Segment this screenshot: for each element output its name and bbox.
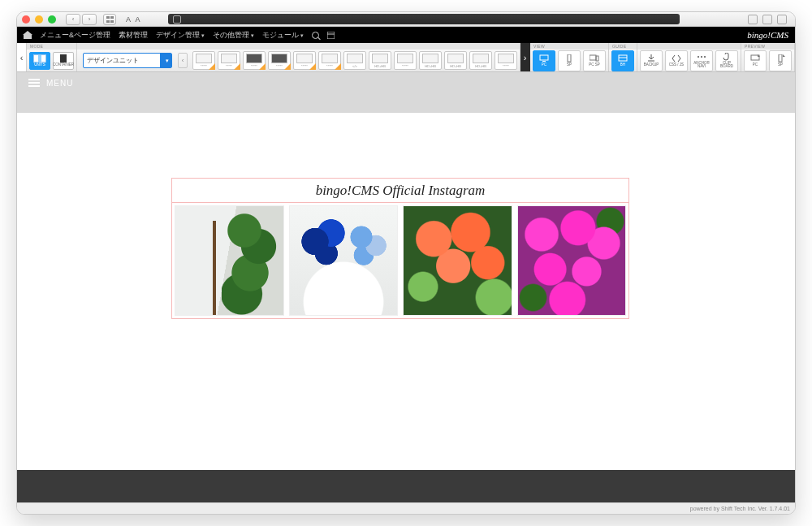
unit-palette-item-7[interactable]: HD+HB — [369, 51, 391, 70]
svg-rect-6 — [540, 55, 548, 60]
forward-button[interactable]: › — [82, 14, 97, 25]
clip-icon — [722, 53, 732, 61]
titlebar: ‹ › A A — [17, 12, 795, 27]
menu-label: MENU — [46, 79, 73, 88]
layout-icon[interactable] — [327, 32, 335, 39]
design-unit-dropdown[interactable]: デザインユニット — [83, 53, 172, 68]
instagram-image-2[interactable] — [289, 205, 399, 316]
menu-module[interactable]: モジュール — [262, 30, 304, 41]
new-badge-icon — [284, 63, 291, 70]
browser-window: ‹ › A A メニュー&ページ管理 素材管理 デザイン管理 その他管理 モジュ… — [16, 11, 796, 515]
instagram-image-1[interactable] — [175, 205, 284, 316]
close-window-icon[interactable] — [22, 15, 30, 24]
mode-units-label: UNITS — [34, 63, 45, 67]
maximize-window-icon[interactable] — [48, 15, 56, 24]
svg-rect-3 — [110, 20, 114, 23]
unit-label: </> — [352, 64, 357, 68]
grid-icon — [106, 16, 114, 23]
preview-pc-button[interactable]: PC — [744, 50, 767, 71]
unit-thumb-icon — [196, 54, 212, 63]
unit-thumb-icon — [473, 54, 489, 63]
clipboard-button[interactable]: CLIP BOARD — [715, 50, 738, 71]
instagram-widget[interactable]: bingo!CMS Official Instagram — [171, 178, 629, 319]
unit-palette-item-3[interactable]: ***** — [268, 51, 291, 70]
powered-by: powered by Shift Tech Inc. Ver. 1.7.4.01 — [690, 506, 790, 511]
unit-label: ***** — [276, 64, 283, 68]
preview-sp-button[interactable]: SP — [769, 50, 792, 71]
unit-thumb-icon — [221, 54, 237, 63]
unit-palette-item-2[interactable]: ***** — [243, 51, 266, 70]
toolbar-collapse-right[interactable]: › — [520, 43, 530, 71]
view-pcsp-button[interactable]: PC SP — [583, 50, 606, 71]
menu-button[interactable]: MENU — [17, 72, 795, 93]
unit-palette-item-5[interactable]: ***** — [318, 51, 341, 70]
unit-label: ***** — [201, 64, 207, 68]
units-icon — [33, 54, 46, 63]
svg-rect-9 — [590, 55, 596, 60]
unit-palette-item-1[interactable]: ***** — [218, 51, 240, 70]
unit-thumb-icon — [347, 54, 363, 63]
view-pc-button[interactable]: PC — [533, 50, 555, 71]
unit-palette-item-12[interactable]: ***** — [495, 51, 517, 70]
unit-label: ***** — [503, 64, 509, 68]
instagram-title: bingo!CMS Official Instagram — [172, 179, 628, 203]
mode-container-button[interactable]: CONTAINER — [53, 52, 74, 70]
svg-rect-1 — [110, 16, 114, 19]
unit-palette-item-0[interactable]: ***** — [192, 51, 215, 70]
guide-bh-button[interactable]: BH — [611, 50, 634, 71]
unit-thumb-icon — [447, 54, 464, 63]
menu-assets[interactable]: 素材管理 — [119, 30, 148, 41]
mode-units-button[interactable]: UNITS — [29, 52, 50, 70]
svg-rect-7 — [542, 61, 546, 62]
unit-palette-item-8[interactable]: ***** — [394, 51, 417, 70]
sidebar-toggle-button[interactable] — [103, 14, 116, 25]
backup-button[interactable]: BACKUP — [640, 50, 663, 71]
url-bar[interactable] — [168, 14, 680, 24]
text-size-control[interactable]: A A — [126, 15, 142, 24]
mode-header: MODE — [27, 43, 76, 50]
guide-icon — [618, 54, 628, 63]
home-icon[interactable] — [24, 31, 32, 39]
svg-point-13 — [698, 56, 699, 58]
unit-thumb-icon — [498, 54, 514, 63]
page-footer-dark — [17, 470, 795, 502]
unit-thumb-icon — [296, 54, 313, 63]
menu-other[interactable]: その他管理 — [213, 30, 254, 41]
dropdown-value: デザインユニット — [87, 56, 139, 65]
new-badge-icon — [335, 63, 341, 70]
share-icon[interactable] — [748, 15, 758, 24]
unit-palette-item-6[interactable]: </> — [343, 51, 366, 70]
svg-point-15 — [704, 56, 706, 58]
unit-palette-item-9[interactable]: HD+HB — [419, 51, 442, 70]
tabs-icon[interactable] — [777, 15, 787, 24]
unit-palette-item-10[interactable]: HD+HB — [444, 51, 467, 70]
unit-thumb-icon — [246, 54, 262, 63]
devices-icon — [590, 54, 599, 63]
instagram-image-4[interactable] — [517, 205, 627, 316]
menu-pages[interactable]: メニュー&ページ管理 — [40, 30, 110, 41]
minimize-window-icon[interactable] — [35, 15, 43, 24]
new-tab-icon[interactable] — [762, 15, 772, 24]
cssjs-button[interactable]: CSS / JS — [665, 50, 688, 71]
back-button[interactable]: ‹ — [66, 14, 80, 25]
monitor-icon — [539, 54, 549, 63]
new-badge-icon — [259, 63, 266, 70]
search-icon[interactable] — [312, 32, 319, 39]
unit-label: ***** — [226, 64, 232, 68]
unit-label: HD+HB — [425, 64, 436, 68]
unit-palette-item-4[interactable]: ***** — [293, 51, 316, 70]
guide-group: GUIDE BH — [609, 43, 637, 71]
toolbar-collapse-left[interactable]: ‹ — [17, 43, 27, 71]
unit-label: ***** — [301, 64, 308, 68]
dropdown-expand-button[interactable]: ‹ — [178, 53, 188, 68]
instagram-image-3[interactable] — [403, 205, 512, 316]
svg-rect-17 — [779, 54, 782, 62]
unit-palette-item-11[interactable]: HD+HB — [469, 51, 492, 70]
editor-canvas[interactable]: bingo!CMS Official Instagram — [17, 113, 795, 470]
menu-design[interactable]: デザイン管理 — [156, 30, 205, 41]
preview-header: PREVIEW — [741, 43, 794, 50]
toolbar-right — [748, 15, 787, 24]
view-sp-button[interactable]: SP — [558, 50, 581, 71]
anchor-nav-button[interactable]: ANCHOR NAVI — [690, 50, 713, 71]
unit-label: HD+HB — [374, 64, 386, 68]
